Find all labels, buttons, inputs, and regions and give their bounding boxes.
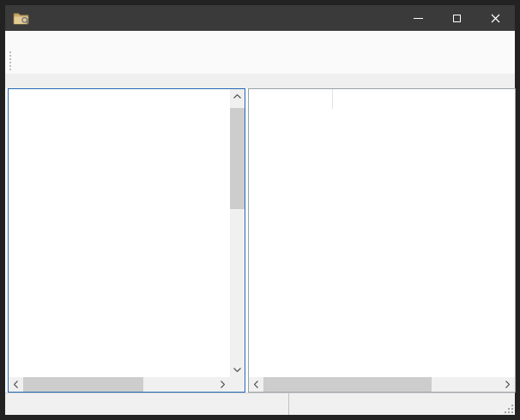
toolbar-grip[interactable]	[9, 51, 14, 70]
tree-vertical-scrollbar[interactable]	[230, 89, 245, 377]
status-objects	[5, 393, 289, 415]
maximize-button[interactable]	[438, 5, 476, 31]
scroll-right-arrow-icon[interactable]	[215, 377, 230, 392]
maximize-icon	[453, 15, 461, 22]
scroll-left-arrow-icon[interactable]	[9, 377, 23, 392]
panel-headers	[5, 74, 515, 88]
scroll-right-arrow-icon[interactable]	[500, 377, 515, 392]
titlebar	[5, 5, 515, 31]
contents-list	[249, 89, 515, 377]
scroll-up-arrow-icon[interactable]	[230, 89, 245, 104]
scroll-down-arrow-icon[interactable]	[230, 363, 245, 377]
close-button[interactable]	[476, 5, 515, 31]
resize-grip-icon[interactable]	[505, 405, 513, 413]
minimize-button[interactable]	[399, 5, 438, 31]
contents-hscroll-thumb[interactable]	[263, 377, 432, 392]
app-window	[5, 5, 515, 415]
scrollbar-corner	[230, 377, 245, 392]
app-icon	[13, 11, 29, 25]
scroll-left-arrow-icon[interactable]	[249, 377, 263, 392]
window-controls	[399, 5, 515, 31]
tree-vscroll-thumb[interactable]	[230, 108, 245, 209]
close-icon	[491, 14, 500, 23]
menubar	[5, 31, 515, 48]
toolbar	[5, 48, 515, 74]
statusbar	[5, 393, 515, 415]
contents-panel	[248, 88, 516, 393]
minimize-icon	[414, 18, 423, 19]
column-divider[interactable]	[332, 89, 333, 109]
tree-hscroll-thumb[interactable]	[23, 377, 143, 392]
contents-horizontal-scrollbar[interactable]	[249, 377, 515, 392]
tree-horizontal-scrollbar[interactable]	[9, 377, 230, 392]
workspace-tree	[9, 89, 230, 377]
status-bytes	[290, 393, 503, 415]
workspace-tree-panel	[8, 88, 245, 393]
